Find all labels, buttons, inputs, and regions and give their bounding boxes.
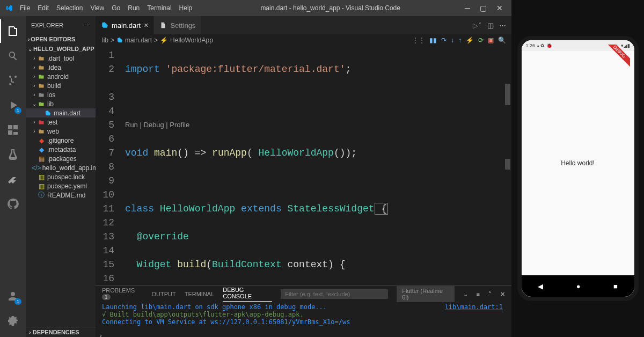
tab-main-dart[interactable]: main.dart × <box>96 16 154 34</box>
panel-tab-output[interactable]: OUTPUT <box>151 291 175 297</box>
panel-collapse-icon[interactable]: ˄ <box>488 291 492 298</box>
step-over-icon[interactable]: ↷ <box>441 36 447 44</box>
phone-device: 1:26 ⬥ ✿ 🐞 ▾◢▮ DEBUG Hello world! ◀ ● ■ <box>517 36 639 301</box>
panel-close-icon[interactable]: ✕ <box>500 291 505 298</box>
panel-filter-input[interactable] <box>281 289 388 299</box>
activity-source-control-icon[interactable] <box>0 69 26 92</box>
activity-explorer-icon[interactable] <box>0 19 26 43</box>
tree-item-web[interactable]: ›web <box>26 127 96 136</box>
nav-home-icon[interactable]: ● <box>576 282 581 290</box>
sidebar: EXPLORER ⋯ ›OPEN EDITORS ⌄HELLO_WORLD_AP… <box>26 16 96 337</box>
open-editors-section[interactable]: OPEN EDITORS <box>31 36 75 42</box>
tree-item--dart-tool[interactable]: ›.dart_tool <box>26 54 96 63</box>
sidebar-title: EXPLORER <box>31 22 63 28</box>
menu-file[interactable]: File <box>16 4 34 12</box>
restart-icon[interactable]: ⟳ <box>478 36 484 44</box>
codelens-run-debug[interactable]: Run | Debug | Profile <box>125 118 511 132</box>
menu-view[interactable]: View <box>86 4 108 12</box>
phone-status-icons: ▾◢▮ <box>621 43 630 48</box>
activity-search-icon[interactable] <box>0 44 26 68</box>
code-editor[interactable]: 12 345678910111213141516 import 'package… <box>96 46 511 285</box>
stop-icon[interactable]: ▣ <box>488 36 494 44</box>
drag-handle-icon[interactable]: ⋮⋮ <box>412 36 425 44</box>
tree-item-pubspec-lock[interactable]: ▥pubspec.lock <box>26 172 96 181</box>
activity-github-icon[interactable] <box>0 192 26 216</box>
tab-settings[interactable]: Settings <box>154 16 201 34</box>
phone-time: 1:26 ⬥ ✿ 🐞 <box>526 43 552 48</box>
activity-settings-icon[interactable] <box>0 309 26 333</box>
menu-bar: File Edit Selection View Go Run Terminal… <box>16 4 196 12</box>
breadcrumb[interactable]: lib > main.dart > ⚡ HelloWorldApp ⋮⋮ ▮▮ … <box>96 34 511 46</box>
account-badge: 1 <box>14 298 21 305</box>
tree-item-android[interactable]: ›android <box>26 72 96 81</box>
debug-toolbar: ⋮⋮ ▮▮ ↷ ↓ ↑ ⚡ ⟳ ▣ 🔍 <box>412 36 511 44</box>
more-actions-icon[interactable]: ⋯ <box>499 21 506 30</box>
window-minimize-icon[interactable]: ─ <box>465 4 470 12</box>
activity-flutter-icon[interactable] <box>0 167 26 191</box>
nav-back-icon[interactable]: ◀ <box>538 282 543 290</box>
panel-clear-icon[interactable]: ≡ <box>477 291 480 297</box>
dart-icon <box>116 37 123 43</box>
emulator-panel: 1:26 ⬥ ✿ 🐞 ▾◢▮ DEBUG Hello world! ◀ ● ■ <box>511 0 644 337</box>
activity-testing-icon[interactable] <box>0 143 26 166</box>
breadcrumb-lib[interactable]: lib <box>102 36 108 44</box>
activity-run-debug-icon[interactable]: 1 <box>0 93 26 117</box>
tree-item-readme-md[interactable]: ⓘREADME.md <box>26 191 96 200</box>
step-out-icon[interactable]: ↑ <box>458 36 462 44</box>
menu-help[interactable]: Help <box>175 4 196 12</box>
breadcrumb-sep: > <box>111 36 114 44</box>
window-maximize-icon[interactable]: ▢ <box>480 4 487 12</box>
hot-reload-icon[interactable]: ⚡ <box>466 36 474 44</box>
tree-item--gitignore[interactable]: ◆.gitignore <box>26 136 96 145</box>
step-into-icon[interactable]: ↓ <box>451 36 454 44</box>
activity-bar: 1 1 <box>0 16 26 337</box>
tree-item-lib[interactable]: ⌄lib <box>26 99 96 108</box>
nav-recent-icon[interactable]: ■ <box>613 282 618 290</box>
editor-scrollbar-thumb[interactable] <box>505 84 510 105</box>
tree-item-build[interactable]: ›build <box>26 81 96 90</box>
breadcrumb-sep: > <box>154 36 158 44</box>
project-section[interactable]: HELLO_WORLD_APP <box>33 46 94 52</box>
debug-source-link[interactable]: lib\main.dart:1 <box>445 303 503 311</box>
dart-icon <box>101 21 108 29</box>
editor-scrollbar-thumb[interactable] <box>505 159 510 170</box>
editor-tabs: main.dart × Settings ▷˅ ◫ ⋯ <box>96 16 511 34</box>
dependencies-section[interactable]: DEPENDENCIES <box>33 329 79 335</box>
menu-go[interactable]: Go <box>108 4 124 12</box>
tree-item-hello-world-app-iml[interactable]: </>hello_world_app.iml <box>26 163 96 172</box>
tree-item-pubspec-yaml[interactable]: ▥pubspec.yaml <box>26 181 96 191</box>
tab-close-icon[interactable]: × <box>144 21 148 30</box>
debug-badge: 1 <box>14 107 21 114</box>
activity-accounts-icon[interactable]: 1 <box>0 284 26 308</box>
tree-item--packages[interactable]: ▦.packages <box>26 154 96 163</box>
menu-run[interactable]: Run <box>124 4 143 12</box>
panel-chevron-icon[interactable]: ⌄ <box>463 291 468 298</box>
code-content[interactable]: import 'package:flutter/material.dart'; … <box>125 46 511 285</box>
sidebar-more-icon[interactable]: ⋯ <box>84 22 90 29</box>
tab-label: main.dart <box>112 21 141 30</box>
run-dropdown-icon[interactable]: ▷˅ <box>473 21 482 30</box>
breadcrumb-file[interactable]: main.dart <box>125 36 152 44</box>
menu-terminal[interactable]: Terminal <box>143 4 175 12</box>
pause-icon[interactable]: ▮▮ <box>429 36 437 44</box>
tree-item--idea[interactable]: ›.idea <box>26 63 96 72</box>
device-selector[interactable]: Flutter (Realme 6i) <box>397 286 454 302</box>
menu-selection[interactable]: Selection <box>53 4 86 12</box>
split-editor-icon[interactable]: ◫ <box>487 21 494 30</box>
menu-edit[interactable]: Edit <box>34 4 53 12</box>
tree-item--metadata[interactable]: ◆.metadata <box>26 145 96 154</box>
panel-tab-debug-console[interactable]: DEBUG CONSOLE <box>223 287 272 302</box>
tree-item-ios[interactable]: ›ios <box>26 90 96 99</box>
tree-item-test[interactable]: ›test <box>26 118 96 127</box>
tree-item-main-dart[interactable]: main.dart <box>26 108 96 118</box>
debug-console-output[interactable]: Launching lib\main.dart on sdk gphone x8… <box>96 302 511 334</box>
panel-tab-terminal[interactable]: TERMINAL <box>185 291 215 297</box>
window-close-icon[interactable]: ✕ <box>496 4 503 12</box>
line-numbers: 12 345678910111213141516 <box>96 46 125 285</box>
bottom-panel: PROBLEMS 1 OUTPUT TERMINAL DEBUG CONSOLE… <box>96 285 511 334</box>
activity-extensions-icon[interactable] <box>0 118 26 142</box>
title-bar: File Edit Selection View Go Run Terminal… <box>0 0 511 16</box>
breadcrumb-class[interactable]: HelloWorldApp <box>170 36 213 44</box>
devtools-icon[interactable]: 🔍 <box>498 36 506 44</box>
panel-tab-problems[interactable]: PROBLEMS 1 <box>102 287 143 301</box>
